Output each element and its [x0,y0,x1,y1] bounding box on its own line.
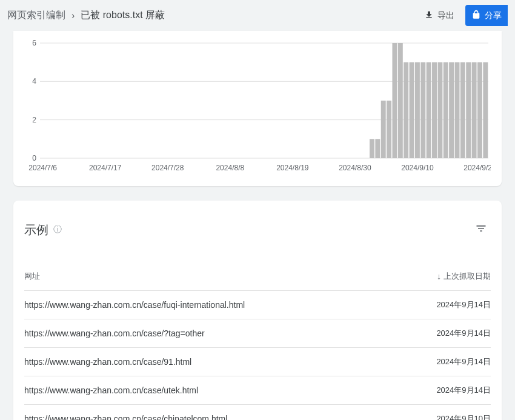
svg-rect-24 [460,62,465,158]
chart-area: 02462024/7/62024/7/172024/7/282024/8/820… [24,31,491,176]
chart-svg: 02462024/7/62024/7/172024/7/282024/8/820… [24,37,491,176]
svg-text:2024/8/19: 2024/8/19 [276,164,309,172]
column-date[interactable]: ↓ 上次抓取日期 [437,271,491,282]
row-url: https://www.wang-zhan.com.cn/case/91.htm… [24,357,191,367]
section-title-row: 示例 ⓘ [24,215,491,241]
chevron-right-icon: › [71,10,75,21]
svg-rect-8 [370,139,374,158]
svg-rect-23 [455,62,460,158]
row-url: https://www.wang-zhan.com.cn/case/chinat… [24,414,227,420]
svg-text:2024/7/6: 2024/7/6 [28,164,57,172]
row-date: 2024年9月14日 [436,385,491,396]
svg-text:4: 4 [32,77,36,85]
table-row[interactable]: https://www.wang-zhan.com.cn/case/fuqi-i… [24,291,491,319]
help-icon[interactable]: ⓘ [53,224,62,235]
download-icon [424,10,434,21]
svg-rect-21 [444,62,448,158]
examples-card: 示例 ⓘ 网址 ↓ 上次抓取日期 https://www.wang-zhan.c… [13,201,502,420]
svg-rect-14 [404,62,408,158]
svg-text:2024/7/17: 2024/7/17 [89,164,122,172]
svg-rect-13 [398,43,403,158]
column-date-label: 上次抓取日期 [444,271,491,282]
row-date: 2024年9月14日 [436,299,491,310]
svg-text:0: 0 [32,154,36,162]
table-row[interactable]: https://www.wang-zhan.com.cn/case/utek.h… [24,376,491,405]
column-url[interactable]: 网址 [24,271,40,282]
svg-rect-25 [466,62,471,158]
export-label: 导出 [437,10,454,21]
svg-rect-10 [381,101,386,158]
lock-icon [471,10,481,21]
svg-text:6: 6 [32,39,36,47]
row-url: https://www.wang-zhan.com.cn/case/utek.h… [24,385,198,395]
breadcrumb-current: 已被 robots.txt 屏蔽 [81,9,165,22]
breadcrumb-parent[interactable]: 网页索引编制 [7,9,65,22]
svg-rect-17 [420,62,425,158]
examples-title: 示例 [24,222,48,238]
svg-text:2024/8/8: 2024/8/8 [216,164,244,172]
svg-text:2: 2 [32,116,36,124]
row-date: 2024年9月14日 [436,328,491,339]
breadcrumb: 网页索引编制 › 已被 robots.txt 屏蔽 [7,9,413,22]
svg-rect-12 [392,43,397,158]
table-row[interactable]: https://www.wang-zhan.com.cn/case/?tag=o… [24,319,491,348]
svg-rect-9 [375,139,380,158]
share-label: 分享 [485,10,502,21]
svg-text:2024/9/10: 2024/9/10 [401,164,434,172]
row-url: https://www.wang-zhan.com.cn/case/fuqi-i… [24,300,245,310]
chart-card: 02462024/7/62024/7/172024/7/282024/8/820… [13,31,502,186]
share-button[interactable]: 分享 [465,5,508,26]
row-date: 2024年9月10日 [436,413,491,420]
svg-rect-20 [437,62,442,158]
svg-text:2024/7/28: 2024/7/28 [151,164,184,172]
table-row[interactable]: https://www.wang-zhan.com.cn/case/chinat… [24,405,491,420]
svg-rect-19 [432,62,437,158]
svg-rect-28 [483,62,488,158]
filter-icon[interactable] [471,219,491,241]
svg-rect-18 [427,62,431,158]
export-button[interactable]: 导出 [418,6,460,25]
svg-rect-22 [449,62,454,158]
table-row[interactable]: https://www.wang-zhan.com.cn/case/91.htm… [24,348,491,376]
svg-text:2024/9/21: 2024/9/21 [463,164,491,172]
svg-rect-11 [387,101,391,158]
svg-text:2024/8/30: 2024/8/30 [339,164,371,172]
svg-rect-27 [477,62,482,158]
svg-rect-15 [410,62,414,158]
svg-rect-26 [472,62,477,158]
svg-rect-16 [415,62,420,158]
row-date: 2024年9月14日 [436,356,491,367]
row-url: https://www.wang-zhan.com.cn/case/?tag=o… [24,328,205,338]
page-header: 网页索引编制 › 已被 robots.txt 屏蔽 导出 分享 [0,0,515,31]
arrow-down-icon: ↓ [437,272,441,281]
table-header-row: 网址 ↓ 上次抓取日期 [24,262,491,291]
